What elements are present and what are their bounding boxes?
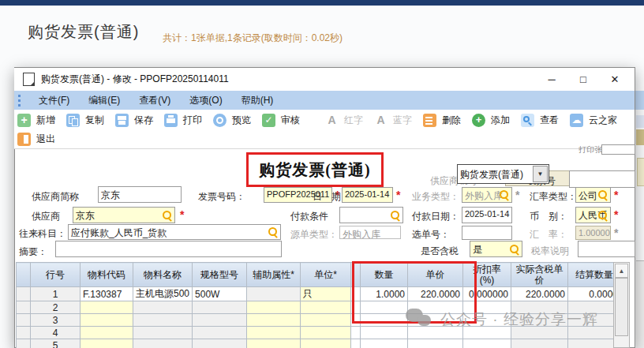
cell-actual-price[interactable]: 220.0000	[511, 287, 568, 301]
bill-type-dropdown[interactable]: 购货发票(普通) ▼	[457, 164, 549, 184]
save-button[interactable]: 保存	[115, 114, 153, 127]
print-button[interactable]: 打印	[164, 114, 202, 127]
rate-type-field[interactable]: 公司	[575, 187, 611, 203]
menu-help[interactable]: 帮助(H)	[232, 94, 283, 107]
menu-file[interactable]: 文件(F)	[29, 94, 79, 107]
optional-asterisk: *	[515, 189, 519, 201]
tax-note-field[interactable]	[578, 241, 635, 257]
window-titlebar: 购货发票(普通) - 修改 - PPOFP20250114011 ─ □ ✕	[14, 68, 635, 91]
cell-material-name[interactable]	[133, 339, 193, 348]
preview-button[interactable]: 预览	[213, 114, 251, 127]
cell-qty[interactable]	[361, 327, 408, 339]
pay-date-label: 付款日期：	[412, 210, 459, 223]
supplier-field[interactable]: 京东	[73, 207, 175, 223]
lookup-icon[interactable]	[162, 210, 173, 221]
blue-word-button[interactable]: 蓝字	[374, 114, 412, 127]
print-count-field[interactable]	[601, 144, 635, 155]
pay-date-field[interactable]: 2025-01-14	[462, 207, 512, 223]
chevron-down-icon[interactable]: ▼	[533, 166, 548, 182]
pay-terms-field[interactable]	[339, 207, 403, 223]
cell-actual-price[interactable]	[511, 339, 568, 348]
cloud-home-button[interactable]: 云之家	[570, 114, 617, 127]
cell-qty[interactable]	[361, 314, 408, 327]
cloud-icon	[570, 114, 583, 127]
cell-aux[interactable]	[247, 301, 301, 314]
cell-material-code[interactable]	[80, 314, 133, 327]
exit-button[interactable]: 退出	[17, 133, 55, 146]
lookup-icon[interactable]	[597, 189, 608, 200]
cell-qty[interactable]	[361, 301, 408, 314]
cell-material-name[interactable]	[133, 314, 193, 327]
table-scrollbar[interactable]: ▲	[613, 262, 630, 348]
date-field[interactable]: 2025-01-14	[342, 187, 393, 203]
cell-material-code[interactable]	[80, 301, 133, 314]
table-header-row: 行号 物料代码 物料名称 规格型号 辅助属性* 单位* 数量 单价 折扣率(%)…	[17, 263, 621, 287]
menu-view[interactable]: 查看(V)	[129, 94, 180, 107]
copy-button[interactable]: 复制	[66, 114, 104, 127]
lookup-icon[interactable]	[499, 189, 510, 200]
add-button[interactable]: 添加	[472, 114, 510, 127]
cell-spec[interactable]: 500W	[193, 287, 247, 301]
cell-material-name[interactable]	[133, 327, 193, 339]
preview-icon	[213, 114, 227, 127]
scroll-up-icon[interactable]: ▲	[615, 264, 628, 278]
menu-edit[interactable]: 编辑(E)	[79, 94, 129, 107]
cell-material-code[interactable]	[80, 339, 133, 348]
cell-price[interactable]	[408, 339, 463, 348]
cell-qty[interactable]: 1.0000	[361, 287, 408, 301]
cell-spec[interactable]	[193, 339, 247, 348]
col-unit: 单位*	[301, 263, 351, 287]
cell-material-code[interactable]: F.130387	[80, 287, 133, 301]
view-button[interactable]: 查看	[521, 114, 559, 127]
cell-spec[interactable]	[193, 314, 247, 327]
summary-field[interactable]	[55, 241, 282, 257]
cell-material-code[interactable]	[80, 327, 133, 339]
cell-discount[interactable]: 0.000000	[463, 287, 511, 301]
cell-aux[interactable]	[247, 327, 301, 339]
supplier-abbr-field[interactable]: 京东	[98, 186, 182, 203]
tax-included-field[interactable]: 是	[470, 241, 522, 257]
cell-spec[interactable]	[193, 327, 247, 339]
cell-unit[interactable]: 只	[301, 287, 351, 301]
currency-field[interactable]: 人民币	[575, 207, 611, 223]
cell-price[interactable]: 220.0000	[408, 287, 463, 301]
lookup-icon[interactable]	[509, 244, 520, 255]
table-row: 1 F.130387 主机电源500 500W 只 1.0000 220.000…	[17, 287, 621, 301]
source-type-field[interactable]: 外购入库	[339, 226, 401, 239]
maximize-button[interactable]: □	[575, 73, 592, 85]
delete-button[interactable]: 删除	[423, 114, 461, 127]
red-word-button[interactable]: 红字	[325, 114, 363, 127]
invoice-no-field[interactable]	[569, 170, 635, 188]
select-no-field[interactable]	[462, 226, 512, 240]
lookup-icon[interactable]	[268, 226, 279, 238]
cell-aux[interactable]	[247, 339, 301, 348]
copy-icon	[66, 114, 80, 127]
cell-unit[interactable]	[301, 314, 351, 327]
ex-rate-field[interactable]: 1.000000	[575, 226, 611, 240]
minimize-button[interactable]: ─	[543, 73, 560, 85]
biz-type-field[interactable]: 外购入库	[462, 187, 512, 203]
lookup-icon[interactable]	[390, 210, 401, 221]
cell-aux[interactable]	[247, 314, 301, 327]
cell-material-name[interactable]: 主机电源500	[133, 287, 193, 301]
cell-discount[interactable]	[463, 339, 511, 348]
cell-aux[interactable]	[247, 287, 301, 301]
cell-qty[interactable]	[361, 339, 408, 348]
cell-material-name[interactable]	[133, 301, 193, 314]
cell-unit[interactable]	[301, 327, 351, 339]
account-field[interactable]: 应付账款_人民币_货款	[68, 224, 281, 240]
scrollbar-thumb[interactable]	[615, 278, 628, 336]
cell-unit[interactable]	[301, 339, 351, 348]
document-icon	[23, 73, 35, 86]
col-material-name: 物料名称	[133, 263, 193, 287]
lookup-icon[interactable]	[597, 210, 608, 221]
close-button[interactable]: ✕	[606, 73, 623, 85]
audit-button[interactable]: 审核	[262, 114, 300, 127]
cell-unit[interactable]	[301, 301, 351, 314]
new-button[interactable]: 新增	[17, 114, 55, 127]
cell-spec[interactable]	[193, 301, 247, 314]
supplier-label: 供应商	[32, 210, 60, 223]
menu-options[interactable]: 选项(O)	[180, 94, 231, 107]
audit-check-icon	[262, 114, 275, 127]
tax-included-label: 是否含税	[421, 245, 459, 258]
